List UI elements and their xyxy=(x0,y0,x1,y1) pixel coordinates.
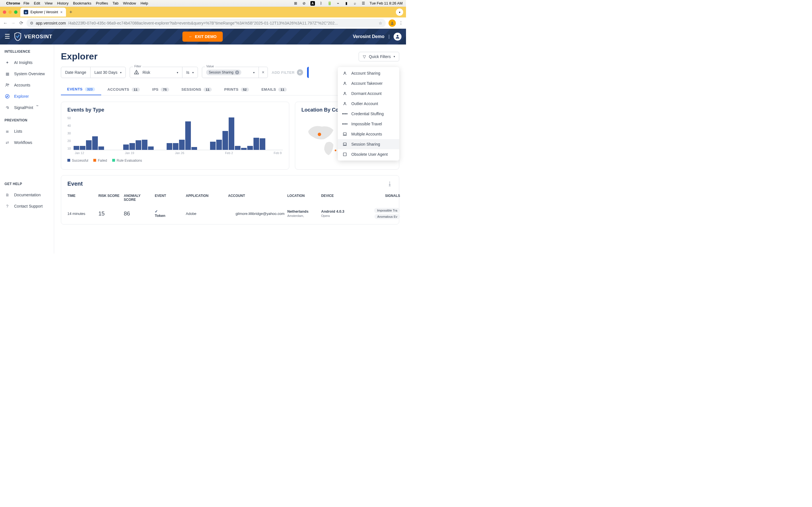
mac-menu-file[interactable]: File xyxy=(23,1,29,5)
sidebar-item-accounts[interactable]: Accounts xyxy=(0,79,54,91)
mac-menu-window[interactable]: Window xyxy=(123,1,136,5)
minimize-window-icon[interactable] xyxy=(8,10,12,14)
dnd-icon[interactable]: ⊘ xyxy=(302,1,306,6)
reload-button[interactable]: ⟳ xyxy=(18,20,24,25)
mac-menu-history[interactable]: History xyxy=(57,1,68,5)
tab-prints[interactable]: PRINTS52 xyxy=(218,83,255,95)
tab-sessions[interactable]: SESSIONS11 xyxy=(175,83,218,95)
tab-label: EVENTS xyxy=(67,87,83,91)
wifi-icon[interactable]: ⌁ xyxy=(336,1,340,6)
shield-icon xyxy=(14,33,21,41)
dropdown-label: Outlier Account xyxy=(351,101,378,106)
sidebar-item-label: Accounts xyxy=(14,83,31,87)
legend-label: Rule Evaluations xyxy=(117,159,142,163)
sidebar-item-workflows[interactable]: ⇄Workflows xyxy=(0,137,54,148)
hamburger-icon[interactable]: ☰ xyxy=(4,33,10,40)
filter-remove-button[interactable]: × xyxy=(259,67,267,78)
download-icon[interactable]: ⭳ xyxy=(387,180,393,187)
tab-close-icon[interactable]: × xyxy=(60,10,63,14)
search-icon[interactable]: ⌕ xyxy=(353,1,357,6)
search-button[interactable] xyxy=(307,67,309,78)
address-bar[interactable]: ⚙ app.verosint.com /4ab223f0-07e0-435c-9… xyxy=(27,19,386,27)
dropdown-item-impossible-travel[interactable]: ••••Impossible Travel xyxy=(338,119,399,129)
dropdown-item-credential-stuffing[interactable]: ••••Credential Stuffing xyxy=(338,109,399,119)
new-tab-button[interactable]: + xyxy=(69,9,72,15)
user-avatar-button[interactable] xyxy=(394,33,402,41)
sidebar-item-ai-insights[interactable]: ✦AI Insights xyxy=(0,57,54,68)
cell-signals: Impossible Tra Anomalous Ev xyxy=(363,208,400,219)
a-icon[interactable]: A xyxy=(310,1,315,6)
bluetooth-icon[interactable]: ᛒ xyxy=(319,1,323,6)
mac-menu-view[interactable]: View xyxy=(45,1,52,5)
map-dot-sa xyxy=(335,150,336,151)
mac-menu-help[interactable]: Help xyxy=(141,1,148,5)
tab-count: 52 xyxy=(241,88,249,92)
brand-logo[interactable]: VEROSINT xyxy=(14,33,52,41)
quick-filters-button[interactable]: ▽ Quick Filters ▾ xyxy=(359,52,399,61)
chrome-tab-strip: ◆ Explorer | Verosint × + ▾ xyxy=(0,7,406,17)
chart-bar xyxy=(192,147,197,150)
tab-emails[interactable]: EMAILS11 xyxy=(255,83,293,95)
close-window-icon[interactable] xyxy=(3,10,6,14)
dropdown-item-session-sharing[interactable]: Session Sharing xyxy=(338,139,399,149)
dropdown-item-account-sharing[interactable]: Account Sharing xyxy=(338,68,399,78)
filter-field-box[interactable]: Risk ▾ Is▾ xyxy=(130,67,198,78)
dropdown-item-obsolete-user-agent[interactable]: Obsolete User Agent xyxy=(338,149,399,159)
date-range-filter[interactable]: Date Range Last 30 Days▾ xyxy=(61,67,126,78)
x-tick: Jan 26 xyxy=(175,151,185,155)
chrome-profile-button[interactable] xyxy=(389,19,396,27)
sidebar-item-system-overview[interactable]: ▦System Overview xyxy=(0,68,54,79)
dropdown-item-outlier-account[interactable]: Outlier Account xyxy=(338,99,399,109)
tab-events[interactable]: EVENTS323 xyxy=(61,83,101,95)
compass-icon xyxy=(4,94,10,99)
tab-title: Explorer | Verosint xyxy=(31,10,58,14)
chart-bar xyxy=(98,147,104,150)
svg-point-5 xyxy=(137,73,137,73)
map-dot-na xyxy=(318,133,321,136)
sidebar-item-documentation[interactable]: 🗎Documentation xyxy=(0,189,54,201)
dropdown-item-account-takeover[interactable]: Account Takeover xyxy=(338,78,399,89)
plus-icon: + xyxy=(297,69,303,75)
back-button[interactable]: ← xyxy=(3,20,8,25)
sidebar-item-lists[interactable]: ≣Lists xyxy=(0,126,54,137)
svg-point-7 xyxy=(344,82,345,83)
sidebar-item-support[interactable]: ?Contact Support xyxy=(0,201,54,212)
mac-app-name[interactable]: Chrome xyxy=(6,1,20,5)
tab-list-button[interactable]: ▾ xyxy=(396,8,403,16)
chip-remove-icon[interactable]: × xyxy=(235,70,239,74)
filter-chip[interactable]: Session Sharing × xyxy=(206,69,241,75)
mac-menu-edit[interactable]: Edit xyxy=(34,1,40,5)
chart-plot-area[interactable] xyxy=(73,116,283,150)
quick-filters-label: Quick Filters xyxy=(369,54,391,59)
dropdown-item-dormant-account[interactable]: Dormant Account xyxy=(338,89,399,99)
control-center-icon[interactable]: ☰ xyxy=(361,1,366,6)
sidebar-item-explorer[interactable]: Explorer xyxy=(0,91,54,102)
sidebar-item-signalprint[interactable]: SignalPrint™ xyxy=(0,102,54,113)
browser-tab[interactable]: ◆ Explorer | Verosint × xyxy=(20,8,66,17)
grid-icon[interactable]: ⊞ xyxy=(294,1,298,6)
table-row[interactable]: 14 minutes 15 86 ✓Token Adobe gilmore.li… xyxy=(67,208,393,219)
exit-demo-button[interactable]: ← EXIT DEMO xyxy=(183,32,223,42)
battery2-icon[interactable]: ▮ xyxy=(344,1,349,6)
mac-menu-tab[interactable]: Tab xyxy=(112,1,118,5)
bookmark-icon[interactable]: ☆ xyxy=(378,21,382,25)
dropdown-item-multiple-accounts[interactable]: Multiple Accounts xyxy=(338,129,399,139)
svg-point-8 xyxy=(344,92,345,93)
window-controls[interactable] xyxy=(3,10,17,14)
chart-bar xyxy=(80,146,86,150)
maximize-window-icon[interactable] xyxy=(14,10,17,14)
chart-bar xyxy=(222,131,228,150)
mac-menu-bookmarks[interactable]: Bookmarks xyxy=(73,1,91,5)
chart-legend: Successful Failed Rule Evaluations xyxy=(67,159,283,163)
mac-datetime[interactable]: Tue Feb 11 8:26 AM xyxy=(370,1,403,5)
battery-icon[interactable]: 🔋 xyxy=(327,1,332,6)
tab-accounts[interactable]: ACCOUNTS11 xyxy=(101,83,146,95)
user-label[interactable]: Verosint Demo xyxy=(353,34,384,39)
warning-icon xyxy=(134,69,139,75)
filter-value-box[interactable]: Session Sharing × ▾ × xyxy=(202,67,268,78)
chrome-menu-button[interactable]: ⋮ xyxy=(399,20,403,25)
add-filter-button[interactable]: ADD FILTER + xyxy=(272,69,303,75)
site-info-icon[interactable]: ⚙ xyxy=(30,21,34,25)
tab-ips[interactable]: IPS75 xyxy=(146,83,175,95)
mac-menu-profiles[interactable]: Profiles xyxy=(96,1,108,5)
